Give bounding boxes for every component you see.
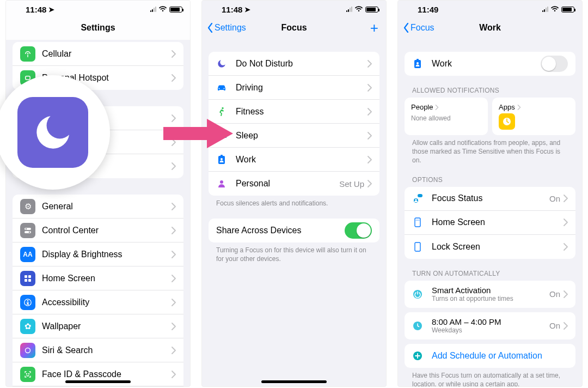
svg-point-3 [29, 231, 30, 233]
row-schedule[interactable]: 8:00 AM – 4:00 PM Weekdays On [405, 312, 575, 340]
row-fitness[interactable]: Fitness [209, 100, 379, 124]
row-label: Fitness [236, 107, 367, 117]
row-cellular[interactable]: Cellular [13, 42, 183, 66]
back-button[interactable]: Settings [207, 16, 246, 40]
row-display[interactable]: AA Display & Brightness [13, 242, 183, 266]
row-smart-activation[interactable]: Smart Activation Turns on at opportune t… [405, 281, 575, 308]
svg-point-1 [26, 228, 27, 229]
allowed-apps[interactable]: Apps [492, 98, 575, 135]
row-label: Sleep [236, 131, 367, 141]
back-button[interactable]: Focus [403, 16, 434, 40]
add-button[interactable]: + [370, 16, 378, 40]
row-share-across-devices[interactable]: Share Across Devices [209, 219, 379, 242]
add-schedule-label: Add Schedule or Automation [432, 351, 542, 361]
svg-rect-35 [415, 242, 420, 251]
cellular-signal-icon [150, 7, 156, 12]
focus-settings-callout [0, 75, 110, 190]
cellular-signal-icon [346, 7, 352, 12]
page-title: Work [479, 23, 501, 33]
back-label: Focus [411, 23, 434, 33]
settings-screen: 11:48 ➤ Settings Cellular [5, 0, 191, 387]
row-label: Siri & Search [42, 345, 171, 355]
row-label: Share Across Devices [216, 226, 345, 235]
svg-point-18 [224, 88, 225, 89]
row-add-schedule[interactable]: Add Schedule or Automation [405, 344, 575, 368]
person-icon [216, 179, 227, 188]
status-bar: 11:48 ➤ [6, 1, 190, 16]
options-group: Focus Status On Home Screen Lock Screen [405, 187, 575, 259]
chevron-right-icon [564, 243, 568, 251]
chevron-right-icon [367, 108, 372, 116]
chevron-right-icon [564, 322, 568, 330]
smart-group: Smart Activation Turns on at opportune t… [405, 281, 575, 308]
plus-circle-icon [412, 351, 423, 361]
row-focus-status[interactable]: Focus Status On [405, 187, 575, 211]
chevron-right-icon [171, 323, 176, 330]
svg-rect-31 [415, 218, 420, 227]
chevron-right-icon [171, 347, 176, 354]
focus-list-screen: 11:48 ➤ Settings Focus + [201, 0, 387, 387]
row-general[interactable]: ⚙︎ General [13, 195, 183, 219]
running-icon [216, 107, 227, 117]
chevron-right-icon [171, 299, 176, 306]
row-sublabel: Turns on at opportune times [432, 295, 513, 302]
work-toggle[interactable] [541, 56, 568, 72]
allowed-header: ALLOWED NOTIFICATIONS [412, 87, 568, 94]
row-dnd[interactable]: Do Not Disturb [209, 52, 379, 76]
row-label: Personal [236, 179, 339, 189]
chevron-right-icon [171, 138, 176, 146]
svg-rect-21 [220, 155, 223, 156]
svg-point-17 [219, 88, 220, 89]
row-wallpaper[interactable]: ✿ Wallpaper [13, 314, 183, 338]
row-home-screen[interactable]: Home Screen [405, 211, 575, 235]
row-home-screen[interactable]: Home Screen [13, 266, 183, 290]
status-time: 11:48 [26, 5, 46, 14]
chevron-right-icon [564, 290, 568, 298]
svg-rect-25 [416, 59, 419, 60]
chevron-right-icon [564, 219, 568, 226]
row-lock-screen[interactable]: Lock Screen [405, 235, 575, 259]
chevron-right-icon [367, 180, 372, 187]
svg-point-11 [26, 373, 27, 374]
row-driving[interactable]: Driving [209, 76, 379, 100]
svg-rect-6 [24, 279, 27, 282]
row-work-toggle[interactable]: Work [405, 52, 575, 76]
people-sub: None allowed [411, 114, 481, 122]
row-label: Lock Screen [432, 242, 564, 252]
focus-footer: Focus silences alerts and notifications. [216, 199, 372, 208]
badge-icon [412, 59, 423, 69]
phone-home-icon [412, 217, 423, 227]
row-detail: On [549, 194, 560, 203]
focus-settings-icon [17, 97, 88, 168]
row-personal[interactable]: Personal Set Up [209, 172, 379, 196]
clock-icon [412, 321, 423, 331]
allowed-people[interactable]: People None allowed [405, 98, 488, 135]
flower-icon: ✿ [20, 319, 35, 334]
home-indicator[interactable] [261, 380, 327, 383]
focus-modes-group: Do Not Disturb Driving Fitness [209, 52, 379, 196]
battery-icon [365, 7, 378, 13]
svg-point-23 [220, 180, 223, 184]
svg-point-9 [27, 300, 29, 301]
row-label: 8:00 AM – 4:00 PM [432, 317, 501, 326]
wifi-icon [354, 5, 363, 14]
page-title: Settings [81, 23, 115, 33]
nav-bar: Focus Work [398, 16, 582, 40]
work-focus-screen: 11:49 Focus Work [397, 0, 583, 387]
chevron-right-icon [171, 50, 176, 58]
chevron-right-icon [171, 251, 176, 258]
row-accessibility[interactable]: Accessibility [13, 290, 183, 314]
row-control-center[interactable]: Control Center [13, 219, 183, 242]
row-sublabel: Weekdays [432, 326, 501, 334]
people-title: People [411, 103, 433, 111]
home-indicator[interactable] [65, 380, 131, 383]
svg-rect-30 [418, 194, 422, 197]
chevron-right-icon [171, 275, 176, 282]
wifi-icon [550, 5, 559, 14]
share-toggle[interactable] [345, 222, 372, 239]
row-siri[interactable]: Siri & Search [13, 338, 183, 362]
row-label: Home Screen [432, 217, 564, 227]
chevron-right-icon [171, 371, 176, 378]
row-work[interactable]: Work [209, 148, 379, 172]
row-sleep[interactable]: Sleep [209, 124, 379, 148]
